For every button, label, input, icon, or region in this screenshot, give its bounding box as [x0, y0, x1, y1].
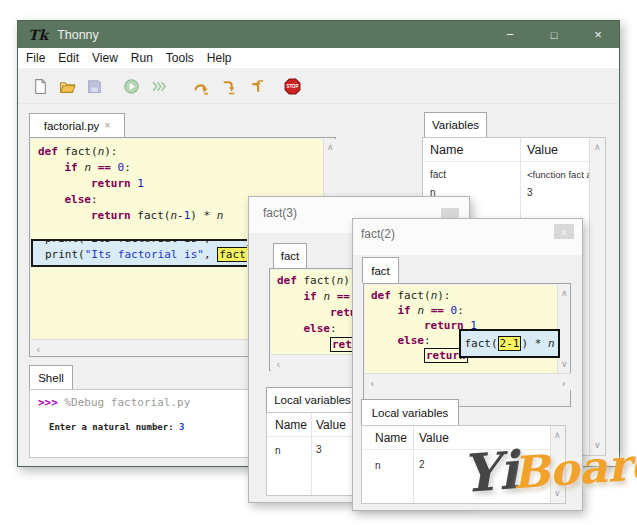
fact2-tab-local-variables[interactable]: Local variables: [361, 399, 459, 425]
shell-command-line: >>> %Debug factorial.py: [38, 396, 190, 409]
toolbar: STOP: [18, 69, 619, 104]
open-file-button[interactable]: [58, 77, 77, 96]
fact2-tab-fact[interactable]: fact: [362, 257, 399, 283]
window-title: Thonny: [57, 28, 99, 42]
stop-label: STOP: [286, 84, 298, 89]
debug-button[interactable]: [149, 77, 168, 96]
menu-help[interactable]: Help: [207, 51, 232, 65]
step-over-icon: [193, 78, 210, 95]
variables-row-fact-name[interactable]: fact: [430, 169, 446, 180]
tab-shell[interactable]: Shell: [29, 365, 73, 389]
fact2-column-separator: [413, 426, 414, 503]
fact3-row-n-name[interactable]: n: [275, 445, 281, 456]
step-out-button[interactable]: [246, 77, 265, 96]
fact2-row-n-name[interactable]: n: [375, 460, 381, 471]
title-bar[interactable]: Tk Thonny − □ ×: [18, 21, 619, 48]
step-into-icon: [220, 78, 237, 95]
step-into-button[interactable]: [219, 77, 238, 96]
active-statement-box: print("Its factorial is", fact(n)) print…: [31, 239, 247, 267]
fact3-tab-local-variables[interactable]: Local variables: [266, 387, 359, 412]
debug-icon: [150, 78, 167, 95]
fact3-local-tab-label: Local variables: [274, 394, 351, 406]
scroll-up-icon[interactable]: ∧: [327, 143, 334, 152]
fact2-title: fact(2): [361, 227, 395, 241]
new-file-button[interactable]: [31, 77, 50, 96]
menu-bar: File Edit View Run Tools Help: [18, 48, 619, 69]
shell-prompt: >>>: [38, 396, 65, 409]
save-disk-icon: [86, 78, 103, 95]
shell-echo-label: Enter a natural number:: [49, 422, 179, 432]
thonny-logo-icon: Tk: [28, 27, 48, 43]
fact3-row-n-value: 3: [316, 444, 322, 455]
tab-close-icon[interactable]: ×: [104, 120, 110, 131]
fact2-local-tab-label: Local variables: [372, 407, 449, 419]
scroll-right-icon[interactable]: ›: [562, 378, 566, 389]
fact2-tab-label: fact: [371, 265, 390, 277]
window-controls: − □ ×: [503, 21, 605, 48]
shell-tab-label: Shell: [38, 372, 64, 384]
variables-header-name[interactable]: Name: [430, 143, 463, 157]
step-out-icon: [247, 78, 264, 95]
minimize-button[interactable]: −: [503, 27, 517, 42]
stop-sign-icon: STOP: [284, 78, 301, 95]
tab-variables[interactable]: Variables: [424, 112, 487, 137]
fact3-column-separator: [311, 413, 312, 495]
scroll-down-icon[interactable]: ∨: [561, 360, 568, 369]
maximize-button[interactable]: □: [547, 29, 561, 41]
editor-tab-label: factorial.py: [44, 120, 100, 132]
menu-file[interactable]: File: [26, 51, 45, 65]
variables-scrollbar[interactable]: ∧ ∨: [589, 138, 605, 455]
variables-row-fact-value: <function fact a: [527, 169, 589, 180]
fact3-tab-label: fact: [281, 250, 300, 262]
fact3-header-value[interactable]: Value: [316, 418, 346, 432]
fact2-horizontal-scrollbar[interactable]: ‹ ›: [365, 373, 571, 390]
step-over-button[interactable]: [192, 77, 211, 96]
menu-tools[interactable]: Tools: [166, 51, 194, 65]
screenshot-canvas: Tk Thonny − □ × File Edit View Run Tools…: [0, 0, 637, 525]
run-play-icon: [123, 78, 140, 95]
variables-row-n-value: 3: [527, 187, 533, 198]
active-statement-line[interactable]: print("Its factorial is", fact(3)): [33, 246, 247, 261]
shell-command: %Debug factorial.py: [65, 396, 191, 409]
variables-tab-label: Variables: [432, 119, 479, 131]
tab-factorial-py[interactable]: factorial.py ×: [29, 113, 125, 137]
menu-edit[interactable]: Edit: [58, 51, 79, 65]
scroll-left-icon[interactable]: ‹: [36, 344, 40, 355]
variables-table-header: Name Value: [423, 138, 605, 162]
stop-button[interactable]: STOP: [283, 77, 302, 96]
shell-echo-value: 3: [179, 422, 184, 432]
scroll-up-icon[interactable]: ∧: [594, 143, 601, 152]
new-file-icon: [32, 78, 49, 95]
variables-header-value[interactable]: Value: [527, 143, 558, 157]
fact2-header-name[interactable]: Name: [375, 431, 407, 445]
watermark-part2: Board: [511, 437, 637, 498]
open-folder-icon: [59, 78, 76, 95]
scroll-left-icon[interactable]: ‹: [276, 359, 280, 370]
fact3-header-name[interactable]: Name: [275, 418, 307, 432]
fact2-expression-popup: fact(2-1) * n: [459, 329, 560, 358]
run-button[interactable]: [122, 77, 141, 96]
close-button[interactable]: ×: [591, 27, 605, 42]
fact2-close-button[interactable]: x: [554, 224, 574, 239]
menu-view[interactable]: View: [92, 51, 118, 65]
scroll-up-icon[interactable]: ∧: [561, 289, 568, 298]
menu-run[interactable]: Run: [131, 51, 153, 65]
scroll-left-icon[interactable]: ‹: [370, 378, 374, 389]
fact2-row-n-value: 2: [419, 459, 425, 470]
save-button[interactable]: [85, 77, 104, 96]
fact2-header-value[interactable]: Value: [419, 431, 449, 445]
yiboard-watermark: YiBoard: [460, 429, 637, 504]
shell-echo-line: Enter a natural number: 3: [49, 422, 184, 432]
fact3-title: fact(3): [263, 206, 297, 220]
fact3-tab-fact[interactable]: fact: [273, 243, 307, 268]
